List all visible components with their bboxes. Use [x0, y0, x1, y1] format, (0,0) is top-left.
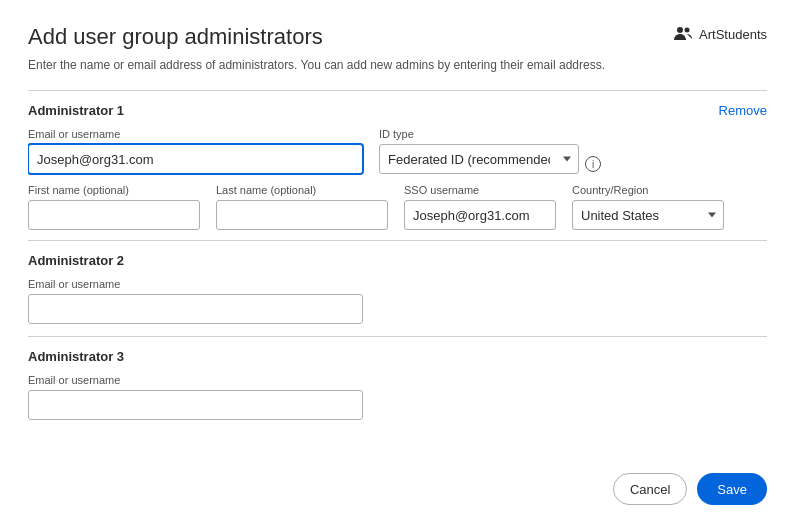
admin1-lastname-label: Last name (optional) [216, 184, 388, 196]
admin1-section: Administrator 1 Remove Email or username… [28, 103, 767, 230]
admin3-title: Administrator 3 [28, 349, 124, 364]
admin1-idtype-row: Federated ID (recommended) Enterprise ID… [379, 144, 601, 174]
cancel-button[interactable]: Cancel [613, 473, 687, 505]
admin3-email-group: Email or username [28, 374, 767, 420]
admin3-section: Administrator 3 Email or username [28, 349, 767, 420]
svg-point-1 [685, 28, 690, 33]
admin1-row2: First name (optional) Last name (optiona… [28, 184, 767, 230]
page-subtitle: Enter the name or email address of admin… [28, 58, 767, 72]
admin1-country-select-wrapper: United States Canada United Kingdom Aust… [572, 200, 724, 230]
admin2-email-input[interactable] [28, 294, 363, 324]
svg-point-0 [677, 27, 683, 33]
content-area: Administrator 1 Remove Email or username… [28, 90, 767, 505]
admin1-email-label: Email or username [28, 128, 363, 140]
admin2-email-label: Email or username [28, 278, 767, 290]
admin2-title: Administrator 2 [28, 253, 124, 268]
admin1-header: Administrator 1 Remove [28, 103, 767, 118]
divider-admin3 [28, 336, 767, 337]
admin2-section: Administrator 2 Email or username [28, 253, 767, 324]
admin1-firstname-label: First name (optional) [28, 184, 200, 196]
user-group-icon [673, 24, 693, 44]
remove-admin1-button[interactable]: Remove [719, 103, 767, 118]
divider-admin2 [28, 240, 767, 241]
admin1-lastname-group: Last name (optional) [216, 184, 388, 230]
admin3-header: Administrator 3 [28, 349, 767, 364]
user-group-name: ArtStudents [699, 27, 767, 42]
admin1-lastname-input[interactable] [216, 200, 388, 230]
admin2-email-group: Email or username [28, 278, 767, 324]
admin1-sso-input[interactable] [404, 200, 556, 230]
action-buttons: Cancel Save [613, 473, 767, 505]
admin2-header: Administrator 2 [28, 253, 767, 268]
admin1-firstname-group: First name (optional) [28, 184, 200, 230]
admin1-idtype-label: ID type [379, 128, 601, 140]
admin1-country-label: Country/Region [572, 184, 724, 196]
admin1-idtype-group: ID type Federated ID (recommended) Enter… [379, 128, 601, 174]
admin1-row1: Email or username ID type Federated ID (… [28, 128, 767, 174]
admin1-sso-group: SSO username [404, 184, 556, 230]
admin1-idtype-select[interactable]: Federated ID (recommended) Enterprise ID… [379, 144, 579, 174]
admin1-country-select[interactable]: United States Canada United Kingdom Aust… [572, 200, 724, 230]
admin1-email-group: Email or username [28, 128, 363, 174]
admin1-sso-label: SSO username [404, 184, 556, 196]
page-header: Add user group administrators ArtStudent… [28, 24, 767, 50]
admin3-email-label: Email or username [28, 374, 767, 386]
id-type-info-icon[interactable]: i [585, 156, 601, 172]
save-button[interactable]: Save [697, 473, 767, 505]
page-container: Add user group administrators ArtStudent… [0, 0, 795, 525]
admin1-firstname-input[interactable] [28, 200, 200, 230]
admin1-title: Administrator 1 [28, 103, 124, 118]
admin3-email-input[interactable] [28, 390, 363, 420]
user-group-label: ArtStudents [673, 24, 767, 44]
admin1-country-group: Country/Region United States Canada Unit… [572, 184, 724, 230]
divider-admin1 [28, 90, 767, 91]
admin1-email-input[interactable] [28, 144, 363, 174]
admin1-idtype-select-wrapper: Federated ID (recommended) Enterprise ID… [379, 144, 579, 174]
page-title: Add user group administrators [28, 24, 323, 50]
